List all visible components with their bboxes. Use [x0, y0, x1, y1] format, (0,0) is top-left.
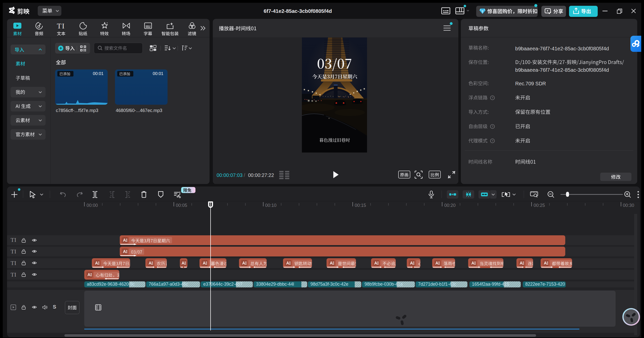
svg-text:?: ? — [492, 139, 493, 142]
svg-text:?: ? — [492, 125, 493, 128]
svg-text:?: ? — [492, 96, 493, 99]
